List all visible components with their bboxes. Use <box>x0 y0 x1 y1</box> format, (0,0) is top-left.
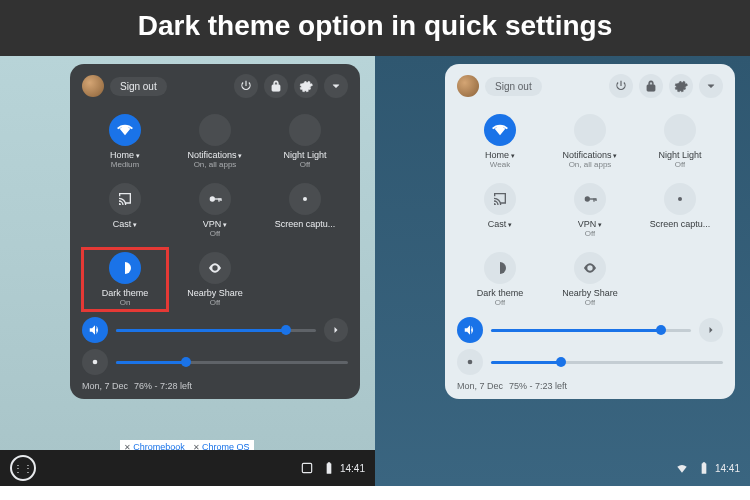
comparison-container: Sign out HomeMediumNotificationsOn, all … <box>0 56 750 486</box>
vpn-icon[interactable] <box>574 183 606 215</box>
page-title: Dark theme option in quick settings <box>0 0 750 56</box>
lock-icon[interactable] <box>639 74 663 98</box>
quick-settings-panel-dark: Sign out HomeMediumNotificationsOn, all … <box>70 64 360 399</box>
cast-icon[interactable] <box>109 183 141 215</box>
tile-subtext: Off <box>585 298 596 307</box>
svg-point-22 <box>468 360 473 365</box>
tile-label[interactable]: Home <box>110 150 140 160</box>
tile-label: Night Light <box>283 150 326 160</box>
gear-icon[interactable] <box>669 74 693 98</box>
sign-out-button[interactable]: Sign out <box>485 77 542 96</box>
dark-icon[interactable] <box>484 252 516 284</box>
svg-point-12 <box>584 124 596 136</box>
tile-cast: Cast <box>457 179 543 242</box>
tile-label: Nearby Share <box>562 288 618 298</box>
power-icon[interactable] <box>234 74 258 98</box>
brightness-slider[interactable] <box>116 361 348 364</box>
nearby-icon[interactable] <box>574 252 606 284</box>
tile-night: Night LightOff <box>637 110 723 173</box>
night-icon[interactable] <box>289 114 321 146</box>
power-icon[interactable] <box>609 74 633 98</box>
svg-rect-16 <box>593 198 594 201</box>
tile-label: Screen captu... <box>650 219 711 229</box>
svg-rect-5 <box>220 198 221 201</box>
svg-point-10 <box>93 360 98 365</box>
tile-nearby: Nearby ShareOff <box>547 248 633 311</box>
gear-icon[interactable] <box>294 74 318 98</box>
light-mode-side: Sign out HomeWeakNotificationsOn, all ap… <box>375 56 750 486</box>
wifi-icon[interactable] <box>484 114 516 146</box>
brightness-slider[interactable] <box>491 361 723 364</box>
tile-label: Screen captu... <box>275 219 336 229</box>
avatar[interactable] <box>457 75 479 97</box>
tile-vpn: VPNOff <box>547 179 633 242</box>
volume-row <box>82 317 348 343</box>
tile-subtext: Medium <box>111 160 139 169</box>
avatar[interactable] <box>82 75 104 97</box>
tray-wifi-icon[interactable] <box>675 461 689 475</box>
chevron-down-icon[interactable] <box>324 74 348 98</box>
tile-vpn: VPNOff <box>172 179 258 242</box>
svg-rect-15 <box>590 198 596 199</box>
tile-label[interactable]: Cast <box>488 219 512 229</box>
top-row: Sign out <box>457 74 723 98</box>
battery-text: 75% - 7:23 left <box>509 381 567 391</box>
tile-subtext: Off <box>495 298 506 307</box>
volume-row <box>457 317 723 343</box>
tile-screen: Screen captu... <box>262 179 348 242</box>
tile-screen: Screen captu... <box>637 179 723 242</box>
tray-notification-icon[interactable] <box>300 461 314 475</box>
screen-icon[interactable] <box>289 183 321 215</box>
svg-point-0 <box>209 124 221 136</box>
volume-slider[interactable] <box>116 329 316 332</box>
status-line: Mon, 7 Dec 76% - 7:28 left <box>82 381 348 391</box>
tile-label[interactable]: VPN <box>203 219 227 229</box>
nearby-icon[interactable] <box>199 252 231 284</box>
screen-icon[interactable] <box>664 183 696 215</box>
wifi-icon[interactable] <box>109 114 141 146</box>
battery-text: 76% - 7:28 left <box>134 381 192 391</box>
dark-mode-side: Sign out HomeMediumNotificationsOn, all … <box>0 56 375 486</box>
tile-night: Night LightOff <box>262 110 348 173</box>
sign-out-button[interactable]: Sign out <box>110 77 167 96</box>
svg-rect-17 <box>595 198 596 201</box>
launcher-icon[interactable]: ⋮⋮ <box>10 455 36 481</box>
status-line: Mon, 7 Dec 75% - 7:23 left <box>457 381 723 391</box>
cast-icon[interactable] <box>484 183 516 215</box>
tray-battery-icon[interactable]: 14:41 <box>322 461 365 475</box>
tile-wifi: HomeWeak <box>457 110 543 173</box>
tile-label[interactable]: VPN <box>578 219 602 229</box>
volume-slider[interactable] <box>491 329 691 332</box>
tile-label[interactable]: Home <box>485 150 515 160</box>
svg-point-14 <box>585 196 590 201</box>
tray-battery-icon[interactable]: 14:41 <box>697 461 740 475</box>
tile-subtext: On, all apps <box>569 160 612 169</box>
tile-label: Dark theme <box>477 288 524 298</box>
brightness-icon[interactable] <box>457 349 483 375</box>
tile-label: Night Light <box>658 150 701 160</box>
tile-label[interactable]: Notifications <box>188 150 243 160</box>
chevron-right-icon[interactable] <box>699 318 723 342</box>
tile-subtext: Weak <box>490 160 510 169</box>
tile-subtext: On, all apps <box>194 160 237 169</box>
chevron-right-icon[interactable] <box>324 318 348 342</box>
chevron-down-icon[interactable] <box>699 74 723 98</box>
volume-icon[interactable] <box>457 317 483 343</box>
lock-icon[interactable] <box>264 74 288 98</box>
dnd-icon[interactable] <box>199 114 231 146</box>
tile-label[interactable]: Cast <box>113 219 137 229</box>
tile-wifi: HomeMedium <box>82 110 168 173</box>
tile-label[interactable]: Notifications <box>563 150 618 160</box>
tile-label: Nearby Share <box>187 288 243 298</box>
dnd-icon[interactable] <box>574 114 606 146</box>
volume-icon[interactable] <box>82 317 108 343</box>
tile-nearby: Nearby ShareOff <box>172 248 258 311</box>
shelf: 14:41 <box>375 450 750 486</box>
vpn-icon[interactable] <box>199 183 231 215</box>
dark-icon[interactable] <box>109 252 141 284</box>
tiles-grid: HomeMediumNotificationsOn, all appsNight… <box>82 110 348 311</box>
tile-dark: Dark themeOn <box>82 248 168 311</box>
brightness-icon[interactable] <box>82 349 108 375</box>
night-icon[interactable] <box>664 114 696 146</box>
tile-subtext: Off <box>210 298 221 307</box>
